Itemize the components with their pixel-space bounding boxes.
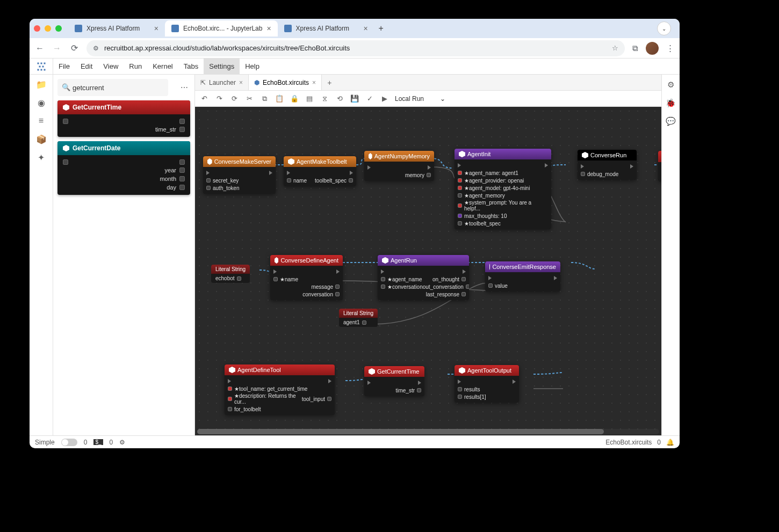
doc-tab-launcher[interactable]: ⇱ Launcher × xyxy=(195,75,249,90)
component-card[interactable]: GetCurrentDate year month day xyxy=(57,141,190,195)
components-icon[interactable]: 📦 xyxy=(36,134,47,144)
doc-tab-echobot[interactable]: ⬢ EchoBot.xircuits × xyxy=(249,75,322,90)
paste-button[interactable]: 📋 xyxy=(275,94,284,103)
validate-button[interactable]: ✓ xyxy=(365,94,374,103)
node-agent-tool-output[interactable]: AgentToolOutput results results[1] xyxy=(455,365,519,403)
main-area: 📁 ◉ ≡ 📦 ✦ 🔍 ⋯ GetCurrentTime xyxy=(30,75,680,435)
reload-button[interactable]: ⟳ xyxy=(69,43,79,53)
node-agent-init[interactable]: AgentInit ★agent_name: agent1 ★agent_pro… xyxy=(455,149,551,229)
node-finish[interactable]: 🔒Finish outputs xyxy=(658,151,661,181)
run-button[interactable]: ▶ xyxy=(380,94,390,103)
save-button[interactable]: 💾 xyxy=(350,94,359,103)
compile-button[interactable]: ⟲ xyxy=(335,94,344,103)
run-target-label: Local Run xyxy=(395,95,424,103)
node-icon xyxy=(382,257,388,264)
menu-tabs[interactable]: Tabs xyxy=(178,59,204,74)
url-input[interactable]: ⚙ recruitbot.ap.xpressai.cloud/studio/la… xyxy=(86,40,625,56)
close-window-button[interactable] xyxy=(34,25,40,32)
browser-tab[interactable]: EchoBot.xirc... - JupyterLab × xyxy=(165,20,278,37)
menu-run[interactable]: Run xyxy=(124,59,147,74)
menu-kernel[interactable]: Kernel xyxy=(147,59,178,74)
copy-button[interactable]: ⧉ xyxy=(259,94,269,103)
property-inspector-icon[interactable]: ⚙ xyxy=(667,80,674,90)
test-button[interactable]: ⧖ xyxy=(320,94,329,103)
menu-view[interactable]: View xyxy=(98,59,124,74)
horizontal-scrollbar[interactable] xyxy=(197,429,659,434)
node-converse-define-agent[interactable]: ConverseDefineAgent ★name message conver… xyxy=(270,255,343,300)
component-name: GetCurrentDate xyxy=(73,144,120,152)
status-bar: Simple 0 $_ 0 ⚙ EchoBot.xircuits 0 🔔 xyxy=(30,435,680,448)
extensions-icon[interactable]: ⧉ xyxy=(632,43,638,53)
node-converse-make-server[interactable]: ConverseMakeServer secret_key auth_token xyxy=(203,156,276,194)
node-agent-run[interactable]: AgentRun ★agent_nameon_thought ★conversa… xyxy=(378,255,469,300)
simple-mode-label: Simple xyxy=(35,439,55,446)
log-button[interactable]: ▤ xyxy=(305,94,314,103)
port-label: ★system_prompt: You are a helpf... xyxy=(464,200,548,212)
browser-tab[interactable]: Xpress AI Platform × xyxy=(68,20,165,37)
node-canvas[interactable]: ConverseMakeServer secret_key auth_token… xyxy=(195,107,661,435)
status-count: 0 xyxy=(110,439,113,446)
search-input[interactable] xyxy=(57,79,168,96)
menu-settings[interactable]: Settings xyxy=(204,59,240,74)
node-converse-emit-response[interactable]: ConverseEmitResponse value xyxy=(485,261,560,291)
node-agent-numpy-memory[interactable]: AgentNumpyMemory memory xyxy=(364,151,434,181)
maximize-window-button[interactable] xyxy=(55,25,62,32)
simple-mode-toggle[interactable] xyxy=(61,439,77,446)
file-browser-icon[interactable]: 📁 xyxy=(36,79,47,90)
close-icon[interactable]: × xyxy=(363,24,367,33)
xircuits-icon: ⬢ xyxy=(254,79,259,86)
bookmark-icon[interactable]: ☆ xyxy=(612,44,618,52)
node-get-current-time[interactable]: GetCurrentTime time_str xyxy=(364,366,424,396)
redo-button[interactable]: ↷ xyxy=(214,94,224,103)
node-title: ConverseMakeServer xyxy=(214,158,271,165)
port-label: for_toolbelt xyxy=(234,406,261,412)
minimize-window-button[interactable] xyxy=(45,25,51,32)
profile-avatar[interactable] xyxy=(646,42,659,55)
status-count: 0 xyxy=(84,439,88,446)
node-agent-define-tool[interactable]: AgentDefineTool ★tool_name: get_current_… xyxy=(225,365,335,415)
cut-button[interactable]: ✂ xyxy=(244,94,254,103)
forward-button[interactable]: → xyxy=(52,43,62,53)
site-settings-icon[interactable]: ⚙ xyxy=(93,45,99,52)
svg-rect-4 xyxy=(42,65,44,67)
component-card[interactable]: GetCurrentTime time_str xyxy=(57,100,190,137)
tab-overflow-button[interactable]: ⌄ xyxy=(657,21,671,35)
menu-edit[interactable]: Edit xyxy=(75,59,98,74)
terminal-icon[interactable]: $_ xyxy=(93,439,103,445)
reload-node-button[interactable]: ⟳ xyxy=(229,94,239,103)
running-icon[interactable]: ◉ xyxy=(36,97,47,108)
node-icon xyxy=(229,367,235,373)
add-tab-button[interactable]: + xyxy=(322,75,337,90)
menu-file[interactable]: File xyxy=(53,59,75,74)
close-icon[interactable]: × xyxy=(266,24,271,33)
scrollbar-thumb[interactable] xyxy=(197,429,604,434)
more-icon[interactable]: ⋯ xyxy=(178,83,190,92)
node-converse-run[interactable]: ConverseRun debug_mode xyxy=(578,150,637,180)
chat-icon[interactable]: 💬 xyxy=(666,116,676,126)
toc-icon[interactable]: ≡ xyxy=(36,115,47,126)
debugger-icon[interactable]: 🐞 xyxy=(666,98,676,108)
favicon-icon xyxy=(171,25,179,32)
bell-icon[interactable]: 🔔 xyxy=(666,439,674,446)
close-icon[interactable]: × xyxy=(239,79,243,86)
port-label: name xyxy=(293,178,307,184)
close-icon[interactable]: × xyxy=(312,79,316,86)
browser-tab[interactable]: Xpress AI Platform × xyxy=(278,20,374,37)
close-icon[interactable]: × xyxy=(154,24,158,33)
run-target-select[interactable]: Local Run ⌄ xyxy=(395,95,445,103)
back-button[interactable]: ← xyxy=(35,43,45,53)
menu-icon[interactable]: ⋮ xyxy=(666,43,674,53)
port-label: ★agent_name xyxy=(387,276,422,282)
extensions-bar-icon[interactable]: ✦ xyxy=(36,152,47,163)
node-agent-make-toolbelt[interactable]: AgentMakeToolbelt nametoolbelt_spec xyxy=(284,156,356,186)
menu-help[interactable]: Help xyxy=(240,59,265,74)
gear-icon[interactable]: ⚙ xyxy=(119,439,125,446)
node-icon xyxy=(207,158,212,165)
lock-button[interactable]: 🔒 xyxy=(290,94,299,103)
app-logo-icon[interactable] xyxy=(30,59,53,75)
undo-button[interactable]: ↶ xyxy=(199,94,209,103)
tab-title: Xpress AI Platform xyxy=(86,25,150,32)
node-literal-string[interactable]: Literal String agent1 xyxy=(339,309,378,327)
node-literal-string[interactable]: Literal String echobot xyxy=(211,265,250,283)
new-tab-button[interactable]: + xyxy=(374,24,388,33)
